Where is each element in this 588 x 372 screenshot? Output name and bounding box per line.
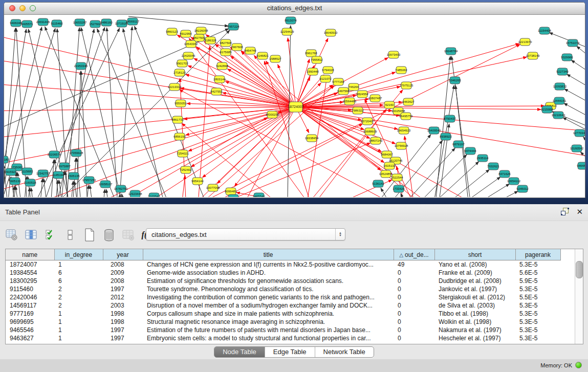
graph-node[interactable]: 9463627: [402, 98, 415, 105]
graph-node[interactable]: 7632621: [487, 163, 499, 170]
graph-node[interactable]: 9486160: [100, 19, 113, 26]
graph-node[interactable]: 10756928: [395, 142, 408, 149]
graph-node[interactable]: 20564486: [343, 98, 357, 105]
tab-network-table[interactable]: Network Table: [315, 347, 374, 357]
graph-node[interactable]: 9553051: [175, 100, 187, 107]
graph-node[interactable]: 8454749: [244, 47, 256, 54]
graph-node[interactable]: 2718120: [173, 69, 186, 76]
graph-node[interactable]: 3824554: [356, 91, 368, 98]
graph-node[interactable]: 10973493: [387, 51, 401, 58]
graph-node[interactable]: 9699695: [227, 194, 239, 197]
graph-node[interactable]: 9861733: [171, 116, 184, 123]
table-row[interactable]: 1938455462009Genome-wide association stu…: [6, 269, 560, 277]
float-panel-icon[interactable]: [561, 208, 569, 215]
column-header-title[interactable]: title: [143, 249, 394, 260]
graph-node[interactable]: 8471626: [498, 170, 511, 178]
column-header-in_degree[interactable]: in_degree: [54, 249, 103, 260]
table-mode-icon[interactable]: [5, 229, 18, 242]
graph-node[interactable]: 12213970: [518, 38, 532, 46]
graph-node[interactable]: 17957253: [82, 177, 96, 184]
graph-node[interactable]: 2803144: [213, 76, 226, 83]
graph-node[interactable]: 16210643: [552, 112, 565, 119]
create-table-icon[interactable]: [83, 229, 96, 242]
graph-node[interactable]: 12444151: [553, 97, 567, 104]
graph-node[interactable]: 16648784: [444, 48, 458, 55]
table-row[interactable]: 946362711997Embryonic stem cells: a mode…: [6, 334, 560, 342]
graph-node[interactable]: 6856193: [173, 133, 186, 140]
graph-node[interactable]: 7485063: [395, 67, 407, 74]
graph-node[interactable]: 17359928: [70, 149, 83, 157]
network-view-window[interactable]: citations_edges.txt 18724007183002952242…: [0, 0, 588, 204]
graph-node[interactable]: 10543362: [184, 40, 198, 48]
graph-node[interactable]: 2967608: [231, 43, 243, 51]
graph-node[interactable]: 8427552: [210, 88, 223, 95]
table-row[interactable]: 1830029562008Estimation of significance …: [6, 277, 560, 285]
table-row[interactable]: 969969511998Structural magnetic resonanc…: [6, 318, 560, 326]
graph-node[interactable]: 8099481: [225, 188, 237, 195]
graph-node[interactable]: 9827509: [193, 34, 205, 41]
graph-node[interactable]: 9654144: [191, 178, 204, 185]
graph-node[interactable]: 11154408: [538, 27, 551, 34]
graph-node[interactable]: 1990448: [307, 68, 319, 75]
table-row[interactable]: 2242004622012Investigating the contribut…: [6, 293, 560, 301]
graph-node[interactable]: 10688609: [363, 128, 377, 135]
graph-node[interactable]: 20691406: [36, 18, 50, 26]
graph-node[interactable]: 8961768: [305, 50, 317, 57]
graph-node[interactable]: 9860123: [166, 28, 178, 35]
graph-node[interactable]: 10077098: [206, 184, 220, 191]
graph-node[interactable]: 9136141: [372, 180, 384, 187]
graph-node[interactable]: 9139183: [4, 156, 9, 163]
graph-node[interactable]: 12770342: [573, 129, 585, 137]
graph-node[interactable]: 2522544: [391, 174, 403, 181]
graph-node[interactable]: 8938923: [440, 133, 452, 140]
graph-node[interactable]: 9329966: [561, 54, 573, 61]
graph-node[interactable]: 2103542: [148, 193, 160, 197]
graph-node[interactable]: 9175685: [220, 49, 232, 56]
graph-node[interactable]: 5346265: [449, 77, 461, 84]
table-row[interactable]: 911546021997Tourette syndrome. Phenomeno…: [6, 285, 560, 293]
graph-node[interactable]: 18300295: [266, 111, 279, 118]
graph-node[interactable]: 16640910: [324, 29, 338, 36]
column-header-year[interactable]: year: [103, 249, 143, 260]
graph-node[interactable]: 22420046: [182, 52, 195, 59]
delete-table-icon[interactable]: [102, 229, 115, 242]
graph-node[interactable]: 9465546: [253, 193, 265, 197]
graph-node[interactable]: 16782759: [114, 185, 128, 192]
graph-node[interactable]: 9115460: [51, 20, 63, 27]
graph-node[interactable]: 3915921: [5, 168, 17, 176]
table-selector-dropdown[interactable]: citations_edges.txt ▲▼: [146, 228, 345, 240]
graph-node[interactable]: 12923448: [128, 190, 142, 197]
graph-node[interactable]: 9405571: [21, 20, 33, 28]
graph-node[interactable]: 18724007: [288, 102, 303, 112]
tab-edge-table[interactable]: Edge Table: [265, 347, 315, 357]
column-header-short[interactable]: short: [434, 249, 515, 260]
graph-node[interactable]: 9684067: [381, 151, 393, 158]
graph-node[interactable]: 18226058: [194, 27, 208, 34]
graph-node[interactable]: 10958107: [99, 181, 113, 188]
graph-node[interactable]: 19654923: [397, 127, 411, 134]
network-graph-canvas[interactable]: 1872400718300295224200469860123891295418…: [4, 15, 585, 198]
graph-node[interactable]: 9121072: [319, 75, 332, 82]
tab-node-table[interactable]: Node Table: [214, 347, 265, 357]
graph-node[interactable]: 7955812: [311, 56, 323, 63]
graph-node[interactable]: 10653287: [73, 19, 87, 26]
close-panel-icon[interactable]: ✕: [576, 208, 583, 215]
graph-node[interactable]: 8613074: [285, 17, 297, 24]
graph-node[interactable]: 7254021: [177, 150, 189, 157]
graph-node[interactable]: 1145194: [53, 171, 65, 179]
graph-node[interactable]: 1615132: [383, 162, 396, 169]
graph-node[interactable]: 9146821: [256, 52, 269, 59]
graph-node[interactable]: 16495759: [399, 113, 413, 120]
table-row[interactable]: 946554611997Estimation of the future num…: [6, 326, 560, 334]
graph-node[interactable]: 10807487: [368, 95, 382, 102]
graph-node[interactable]: 12213312: [168, 83, 182, 91]
column-header-out_degree[interactable]: △out_de...: [394, 249, 434, 260]
graph-node[interactable]: 9464854: [577, 162, 585, 169]
graph-node[interactable]: 9242848: [216, 62, 228, 70]
graph-node[interactable]: 1527602: [89, 20, 101, 28]
graph-node[interactable]: 19338454: [305, 135, 319, 142]
graph-node[interactable]: 1733426: [393, 185, 405, 192]
graph-node[interactable]: 10654112: [507, 178, 521, 185]
graph-node[interactable]: 1115683: [21, 168, 33, 175]
graph-node[interactable]: 9245012: [516, 185, 529, 192]
